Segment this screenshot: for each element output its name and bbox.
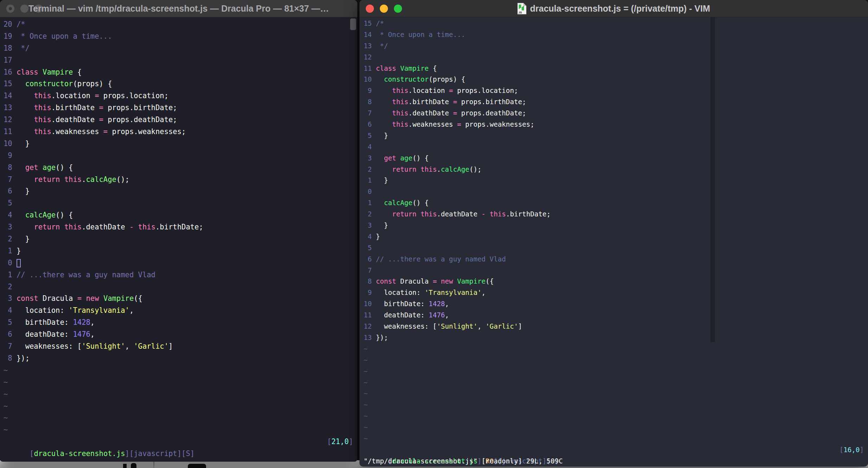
line-number: 13 (364, 332, 372, 343)
line-number: 7 (364, 265, 372, 276)
token-comment: */ (376, 42, 388, 50)
tilde-line: ~ (364, 355, 868, 366)
code-line: 0 (364, 186, 868, 197)
line-number: 4 (364, 231, 372, 242)
vim-scrollbar-thumb[interactable] (710, 17, 715, 342)
terminal-text-area[interactable]: 20/*19 * Once upon a time...18 */1716cla… (0, 17, 357, 462)
code-line: 1 } (364, 175, 868, 186)
token-fg (38, 68, 43, 76)
line-number: 16 (4, 67, 12, 78)
macvim-window[interactable]: JS dracula-screenshot.js = (/private/tmp… (359, 0, 868, 467)
line-number: 6 (364, 119, 372, 130)
code-line: 9 this.location = props.location; (364, 85, 868, 96)
token-green: Vampire (457, 277, 486, 285)
token-fg: } (376, 233, 380, 241)
token-green: Vampire (103, 294, 134, 303)
token-pink: this (421, 165, 437, 173)
token-pink: = (103, 127, 108, 136)
code-line: 5 (4, 197, 357, 209)
token-purple: 1476 (73, 330, 90, 339)
token-comment: // ...there was a guy named Vlad (17, 271, 155, 279)
terminal-window[interactable]: Terminal — vim /tmp/dracula-screenshot.j… (0, 0, 357, 462)
token-pink: new (441, 277, 453, 285)
token-pink: = (457, 120, 461, 128)
tilde-marker: ~ (364, 379, 368, 387)
token-fg (17, 211, 25, 219)
token-fg: deathDate: (17, 330, 73, 339)
tilde-marker: ~ (364, 401, 368, 409)
token-fg: }); (376, 334, 388, 342)
token-fg: (); (116, 175, 129, 184)
page-fold-icon (523, 3, 526, 6)
token-fg: .location (51, 91, 95, 100)
token-pink: = (433, 277, 437, 285)
line-number: 2 (364, 209, 372, 220)
token-fg (17, 91, 34, 100)
token-fg: .birthDate; (506, 210, 550, 218)
token-fg: .birthDate; (155, 223, 203, 231)
macvim-titlebar[interactable]: JS dracula-screenshot.js = (/private/tmp… (359, 0, 868, 17)
code-line: 10 birthDate: 1428, (364, 298, 868, 310)
line-number: 2 (4, 233, 12, 245)
token-fg: ] (168, 342, 173, 350)
token-pink: this (392, 98, 408, 106)
tilde-marker: ~ (364, 435, 368, 443)
token-fg: props.weaknesses; (108, 127, 186, 136)
line-number: 7 (4, 174, 12, 186)
tilde-marker: ~ (364, 412, 368, 420)
background-window-edge (153, 461, 154, 468)
line-number: 1 (364, 197, 372, 209)
token-comment: ] (860, 446, 864, 454)
terminal-scrollbar-thumb[interactable] (350, 18, 356, 30)
token-fg (396, 154, 400, 162)
token-fg: "/tmp/dracula-screenshot.js" [readonly] … (364, 457, 563, 465)
vim-text-area[interactable]: 15/*14 * Once upon a time...13 */1211cla… (359, 17, 868, 467)
code-text: this.weaknesses = props.weaknesses; (376, 120, 535, 128)
token-fg: location: (376, 289, 425, 297)
token-fg: }); (17, 354, 30, 362)
token-fg: props.deathDate; (103, 115, 177, 124)
code-text: }); (376, 334, 388, 342)
code-line: 13}); (364, 332, 868, 343)
token-pink: this (421, 210, 437, 218)
token-fg: .birthDate (408, 98, 453, 106)
token-green: calcAge (441, 165, 470, 173)
line-number: 12 (364, 52, 372, 63)
code-text: // ...there was a guy named Vlad (17, 271, 155, 279)
token-fg: props.deathDate; (457, 109, 526, 117)
token-pink: this (34, 115, 51, 124)
token-green: calcAge (384, 199, 413, 207)
token-purple: 1428 (73, 318, 90, 327)
line-number: 4 (364, 141, 372, 153)
token-fg: } (17, 187, 30, 195)
token-pink: get (384, 154, 396, 162)
statusline-cursor-position: [21,0] (327, 436, 353, 448)
token-yellow: 'Garlic' (486, 322, 518, 330)
token-purple: 1476 (429, 311, 445, 319)
tilde-line: ~ (364, 411, 868, 422)
code-text: } (376, 176, 388, 184)
background-text-fragment (123, 464, 127, 468)
token-fg: ({ (486, 277, 494, 285)
code-text: location: 'Transylvania', (17, 306, 134, 315)
code-text: } (17, 139, 30, 148)
token-fg (17, 223, 34, 231)
token-fg (17, 127, 34, 136)
code-line: 13 this.birthDate = props.birthDate; (4, 102, 357, 114)
line-number: 6 (364, 254, 372, 265)
terminal-titlebar[interactable]: Terminal — vim /tmp/dracula-screenshot.j… (0, 0, 357, 17)
token-fg: .weaknesses (51, 127, 103, 136)
token-pink: this (392, 87, 408, 95)
token-yellow: 'Transylvania' (425, 289, 481, 297)
token-fg: ({ (134, 294, 142, 303)
line-number: 10 (364, 298, 372, 310)
code-line: 14 this.location = props.location; (4, 90, 357, 102)
line-number: 2 (4, 281, 12, 293)
token-fg: () { (56, 211, 73, 219)
code-text: weaknesses: ['Sunlight', 'Garlic'] (376, 322, 522, 330)
token-pink: - (129, 223, 134, 231)
tilde-marker: ~ (4, 425, 8, 434)
tilde-marker: ~ (364, 345, 368, 353)
token-comment: * Once upon a time... (17, 32, 112, 40)
code-line: 8const Dracula = new Vampire({ (364, 276, 868, 287)
